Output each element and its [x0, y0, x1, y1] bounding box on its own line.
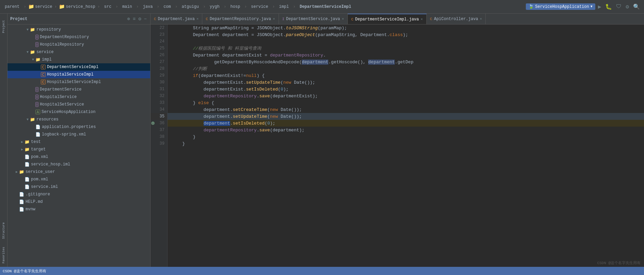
- tree-item[interactable]: IHospitalRepository: [7, 41, 150, 48]
- breadcrumb-service-hosp[interactable]: 📁 service_hosp: [59, 4, 95, 10]
- search-button[interactable]: 🔍: [632, 3, 641, 10]
- breadcrumb-atguigu[interactable]: atguigu: [180, 4, 201, 10]
- tree-item[interactable]: ▼📁repository: [7, 26, 150, 33]
- breadcrumb-main[interactable]: main: [120, 4, 134, 10]
- tree-arrow[interactable]: [20, 162, 25, 167]
- panel-sync-icon[interactable]: ⊕: [126, 15, 130, 22]
- tree-item[interactable]: 📄service_hosp.iml: [7, 161, 150, 168]
- tree-arrow[interactable]: [31, 132, 35, 137]
- tree-arrow[interactable]: [31, 125, 35, 129]
- tree-arrow[interactable]: [31, 95, 35, 99]
- tree-item[interactable]: IHospitalService: [7, 93, 150, 101]
- breadcrumb-dsi[interactable]: DepartmentServiceImpl: [298, 4, 353, 10]
- tree-item[interactable]: 📄mvnw: [7, 206, 150, 213]
- tree-arrow[interactable]: [14, 207, 19, 212]
- tree-arrow[interactable]: ▶: [20, 147, 25, 152]
- tab-close-button[interactable]: ×: [421, 17, 423, 21]
- run-config[interactable]: 🍃 ServiceHospApplication ▼: [526, 3, 595, 10]
- tree-item[interactable]: CHospitalSetServiceImpl: [7, 78, 150, 86]
- tree-arrow[interactable]: [20, 177, 25, 182]
- code-line[interactable]: department.setUpdateTime(new Date());: [168, 113, 644, 120]
- tree-arrow[interactable]: [31, 35, 35, 39]
- code-line[interactable]: departmentExist.setIsDeleted(0);: [168, 86, 644, 93]
- breadcrumb-service2[interactable]: service: [249, 4, 270, 10]
- tree-item[interactable]: CHospitalServiceImpl: [7, 71, 150, 78]
- tree-arrow[interactable]: [14, 192, 19, 197]
- tree-item[interactable]: 📄service.iml: [7, 183, 150, 191]
- tree-item[interactable]: ▼📁resources: [7, 116, 150, 123]
- tree-item[interactable]: ▼📁impl: [7, 56, 150, 63]
- panel-gear-icon[interactable]: ≡: [132, 16, 136, 22]
- breadcrumb-service[interactable]: 📁 service: [28, 4, 52, 10]
- tree-item[interactable]: ▶📁service_user: [7, 168, 150, 176]
- code-line[interactable]: }: [168, 133, 644, 140]
- code-line[interactable]: departmentRepository.save(department);: [168, 127, 644, 133]
- tree-arrow[interactable]: ▼: [25, 50, 30, 54]
- breadcrumb-parent[interactable]: parent: [3, 4, 21, 10]
- favorites-icon[interactable]: Favorites: [1, 245, 7, 265]
- editor-tab[interactable]: CDepartmentRepository.java×: [202, 14, 279, 25]
- editor-tab[interactable]: IDepartmentService.java×: [279, 14, 348, 25]
- code-line[interactable]: department.setCreateTime(new Date());: [168, 106, 644, 113]
- code-line[interactable]: Department department = JSONObject.parse…: [168, 31, 644, 38]
- editor-tab[interactable]: CApiController.java×: [427, 14, 486, 25]
- run-button[interactable]: ▶: [597, 3, 603, 10]
- editor-tab[interactable]: CDepartmentServiceImpl.java×: [348, 14, 426, 25]
- code-line[interactable]: } else {: [168, 99, 644, 106]
- tree-item[interactable]: IDepartmentService: [7, 86, 150, 93]
- tree-arrow[interactable]: [20, 155, 25, 159]
- tree-item[interactable]: 📄.gitignore: [7, 191, 150, 198]
- tab-close-button[interactable]: ×: [197, 17, 199, 21]
- breadcrumb-com[interactable]: com: [161, 4, 173, 10]
- tree-arrow[interactable]: ▶: [14, 169, 19, 174]
- code-line[interactable]: //判断: [168, 65, 644, 72]
- code-line[interactable]: Department departmentExist = departmentR…: [168, 52, 644, 59]
- tree-arrow[interactable]: [36, 80, 41, 84]
- code-line[interactable]: department.setIsDeleted(0);: [168, 120, 644, 127]
- tree-item[interactable]: 📄application.properties: [7, 123, 150, 131]
- code-line[interactable]: if(departmentExist!=null) {: [168, 72, 644, 79]
- tree-arrow[interactable]: ▼: [25, 27, 30, 32]
- tree-item[interactable]: 📄pom.xml: [7, 176, 150, 183]
- code-line[interactable]: }: [168, 140, 644, 147]
- tree-arrow[interactable]: ▼: [31, 57, 35, 62]
- code-line[interactable]: departmentRepository.save(departmentExis…: [168, 93, 644, 99]
- tree-arrow[interactable]: [20, 184, 25, 189]
- tab-close-button[interactable]: ×: [480, 17, 482, 21]
- tree-item[interactable]: AServiceHospApplication: [7, 108, 150, 116]
- code-line[interactable]: departmentExist.setUpdateTime(new Date()…: [168, 79, 644, 86]
- code-content[interactable]: String paramMapString = JSONObject.toJSO…: [168, 25, 644, 267]
- gutter-icon[interactable]: ●: [151, 122, 155, 125]
- breadcrumb-hosp[interactable]: hosp: [228, 4, 242, 10]
- tree-item[interactable]: ▼📁service: [7, 48, 150, 56]
- coverage-button[interactable]: 🛡: [615, 3, 623, 10]
- tree-item[interactable]: 📄pom.xml: [7, 153, 150, 161]
- tree-arrow[interactable]: [36, 65, 41, 69]
- tree-item[interactable]: 📄logback-spring.xml: [7, 131, 150, 138]
- editor-tab[interactable]: CDepartment.java×: [151, 14, 202, 25]
- tab-close-button[interactable]: ×: [273, 17, 275, 21]
- project-icon[interactable]: Project: [1, 16, 7, 37]
- breadcrumb-java[interactable]: java: [141, 4, 155, 10]
- tree-item[interactable]: ▶📁target: [7, 146, 150, 153]
- tree-arrow[interactable]: [31, 102, 35, 107]
- code-line[interactable]: //根据医院编号 和 科室编号查询: [168, 45, 644, 52]
- tree-arrow[interactable]: [36, 72, 41, 77]
- tree-arrow[interactable]: ▶: [20, 140, 25, 144]
- structure-icon[interactable]: Structure: [1, 221, 7, 241]
- breadcrumb-src[interactable]: src: [102, 4, 114, 10]
- tree-item[interactable]: ▶📁test: [7, 138, 150, 146]
- tree-item[interactable]: 📄HELP.md: [7, 198, 150, 206]
- tree-arrow[interactable]: ▼: [25, 117, 30, 122]
- settings-button[interactable]: ⚙: [624, 3, 630, 10]
- tree-arrow[interactable]: [14, 199, 19, 204]
- tree-arrow[interactable]: [31, 110, 35, 114]
- code-line[interactable]: String paramMapString = JSONObject.toJSO…: [168, 25, 644, 31]
- status-left[interactable]: CSDN @这个名字先生用有: [3, 269, 46, 274]
- tree-arrow[interactable]: [31, 87, 35, 92]
- tree-item[interactable]: IHospitalSetService: [7, 101, 150, 108]
- tree-arrow[interactable]: [31, 42, 35, 47]
- breadcrumb-impl[interactable]: impl: [277, 4, 291, 10]
- panel-minimize-icon[interactable]: −: [143, 16, 147, 22]
- breadcrumb-yygh[interactable]: yygh: [208, 4, 222, 10]
